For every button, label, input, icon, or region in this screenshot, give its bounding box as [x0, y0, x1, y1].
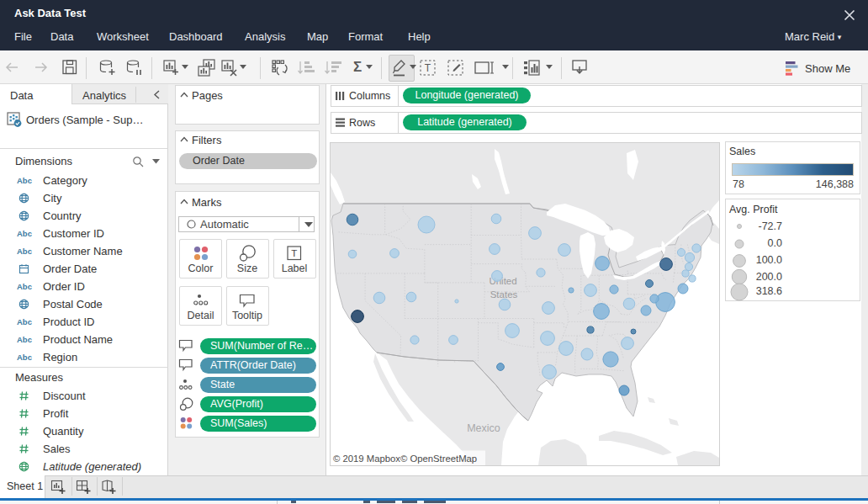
svg-text:T: T [291, 248, 297, 258]
svg-text:T: T [425, 62, 431, 74]
svg-text:© 2019 Mapbox© OpenStreetMap: © 2019 Mapbox© OpenStreetMap [333, 454, 477, 464]
svg-text:Mexico: Mexico [467, 422, 500, 434]
svg-text:States: States [490, 289, 518, 300]
